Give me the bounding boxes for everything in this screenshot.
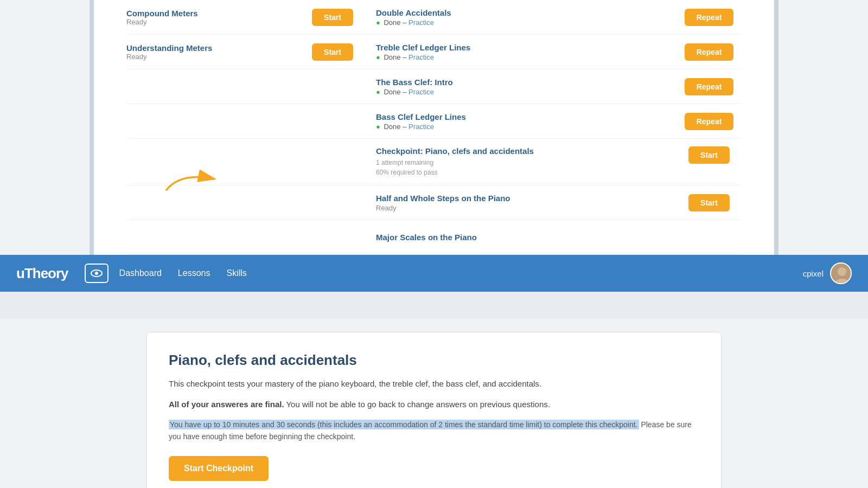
lesson-status-half-whole-text: Ready [376, 204, 397, 212]
avatar-image [831, 264, 852, 284]
repeat-button-bass-ledger[interactable]: Repeat [685, 113, 734, 130]
navbar-logo: uTheory [16, 265, 68, 282]
status-dot-bass-intro: ● [376, 88, 380, 96]
lesson-right-bass-intro: The Bass Clef: Intro ● Done – Practice [365, 78, 676, 96]
lesson-right-bass-ledger: Bass Clef Ledger Lines ● Done – Practice [365, 112, 676, 131]
checkpoint-meta: 1 attempt remaining 60% required to pass [376, 158, 676, 177]
lesson-left-understanding: Understanding Meters Ready [126, 43, 300, 61]
lesson-title-compound: Compound Meters [126, 9, 300, 18]
logo-u: u [16, 265, 24, 281]
checkpoint-title: Checkpoint: Piano, clefs and accidentals [376, 146, 676, 156]
lesson-btn-major-scales[interactable]: Start [676, 229, 742, 246]
lesson-btn-half-whole[interactable]: Start [676, 194, 742, 211]
start-checkpoint-button[interactable]: Start Checkpoint [169, 456, 269, 481]
checkpoint-row: Checkpoint: Piano, clefs and accidentals… [126, 139, 742, 185]
svg-point-2 [95, 272, 98, 275]
checkpoint-bold-text: All of your answeres are final. [169, 400, 284, 409]
practice-link-treble[interactable]: Practice [409, 53, 434, 61]
lesson-title-understanding: Understanding Meters [126, 43, 300, 53]
eye-icon [91, 269, 103, 277]
practice-link-double-accidentals[interactable]: Practice [409, 18, 434, 27]
lesson-title-double-accidentals: Double Accidentals [376, 8, 676, 17]
lesson-right-double-accidentals: Double Accidentals ● Done – Practice [365, 8, 676, 27]
lesson-row-understanding: Understanding Meters Ready Start Treble … [126, 35, 742, 69]
lesson-btn-understanding[interactable]: Start [300, 43, 365, 61]
status-dot: ● [376, 18, 380, 27]
start-button-half-whole[interactable]: Start [688, 194, 730, 211]
lesson-status-compound: Ready [126, 18, 300, 26]
start-button-understanding[interactable]: Start [312, 43, 353, 61]
lesson-status-treble: ● Done – Practice [376, 53, 676, 61]
spacer-bar [0, 292, 868, 319]
lesson-row-major-scales: Major Scales on the Piano Start [126, 220, 742, 255]
checkpoint-attempts: 1 attempt remaining [376, 158, 676, 168]
navbar: uTheory Dashboard Lessons Skills cpixel [0, 255, 868, 292]
lesson-status-understanding: Ready [126, 53, 300, 61]
lesson-title-treble: Treble Clef Ledger Lines [376, 43, 676, 52]
nav-lessons[interactable]: Lessons [178, 268, 210, 278]
checkpoint-btn-area[interactable]: Start [676, 146, 742, 164]
repeat-button-treble[interactable]: Repeat [685, 43, 734, 61]
lesson-right-treble: Treble Clef Ledger Lines ● Done – Practi… [365, 43, 676, 61]
checkpoint-card-container: Piano, clefs and accidentals This checkp… [0, 319, 868, 488]
user-avatar [830, 262, 852, 284]
checkpoint-desc2-text: You will not be able to go back to chang… [284, 400, 550, 409]
lesson-row-compound: Compound Meters Ready Start Double Accid… [126, 0, 742, 35]
checkpoint-card-title: Piano, clefs and accidentals [169, 352, 699, 369]
lesson-status-half-whole: Ready [376, 204, 676, 212]
lesson-status-bass-ledger: ● Done – Practice [376, 123, 676, 131]
navbar-user: cpixel [803, 262, 852, 284]
repeat-button-bass-intro[interactable]: Repeat [685, 78, 734, 95]
eye-icon-button[interactable] [85, 264, 108, 283]
checkpoint-card-time: You have up to 10 minutes and 30 seconds… [169, 419, 699, 443]
lesson-title-bass-ledger: Bass Clef Ledger Lines [376, 112, 676, 121]
lesson-title-bass-intro: The Bass Clef: Intro [376, 78, 676, 87]
nav-dashboard[interactable]: Dashboard [119, 268, 162, 278]
nav-skills[interactable]: Skills [226, 268, 246, 278]
lesson-title-half-whole: Half and Whole Steps on the Piano [376, 194, 676, 203]
lesson-row-bass-ledger: Bass Clef Ledger Lines ● Done – Practice… [126, 104, 742, 139]
checkpoint-start-button[interactable]: Start [688, 146, 730, 164]
lesson-btn-treble[interactable]: Repeat [676, 43, 742, 61]
checkpoint-card-desc1: This checkpoint tests your mastery of th… [169, 377, 699, 390]
practice-link-bass-intro[interactable]: Practice [409, 88, 434, 96]
checkpoint-required: 60% required to pass [376, 168, 676, 177]
logo-theory: Theory [24, 265, 68, 281]
lesson-right-major-scales: Major Scales on the Piano [365, 233, 676, 242]
status-dot-treble: ● [376, 53, 380, 61]
username-label: cpixel [803, 269, 824, 278]
start-button-compound[interactable]: Start [312, 9, 353, 26]
svg-point-4 [838, 267, 846, 276]
checkpoint-card-desc2: All of your answeres are final. You will… [169, 398, 699, 411]
checkpoint-desc-text: This checkpoint tests your mastery of th… [169, 379, 541, 388]
lesson-status-double-accidentals: ● Done – Practice [376, 18, 676, 27]
repeat-button-double-accidentals[interactable]: Repeat [685, 9, 734, 26]
navbar-nav: Dashboard Lessons Skills [119, 268, 803, 278]
status-dot-bass-ledger: ● [376, 123, 380, 131]
arrow-indicator [159, 163, 224, 195]
lesson-left-compound: Compound Meters Ready [126, 9, 300, 26]
checkpoint-card: Piano, clefs and accidentals This checkp… [146, 332, 722, 488]
lesson-btn-compound[interactable]: Start [300, 9, 365, 26]
lesson-btn-double-accidentals[interactable]: Repeat [676, 9, 742, 26]
lesson-right-half-whole: Half and Whole Steps on the Piano Ready [365, 194, 676, 212]
checkpoint-right-area: Checkpoint: Piano, clefs and accidentals… [365, 146, 676, 177]
lesson-title-major-scales: Major Scales on the Piano [376, 233, 676, 242]
lesson-btn-repeat-bass-intro[interactable]: Repeat [676, 78, 742, 95]
lesson-row-bass-intro: The Bass Clef: Intro ● Done – Practice R… [126, 69, 742, 104]
checkpoint-time-highlight: You have up to 10 minutes and 30 seconds… [169, 420, 639, 429]
lesson-status-bass-intro: ● Done – Practice [376, 88, 676, 96]
practice-link-bass-ledger[interactable]: Practice [409, 123, 434, 131]
lesson-btn-repeat-bass-ledger[interactable]: Repeat [676, 113, 742, 130]
